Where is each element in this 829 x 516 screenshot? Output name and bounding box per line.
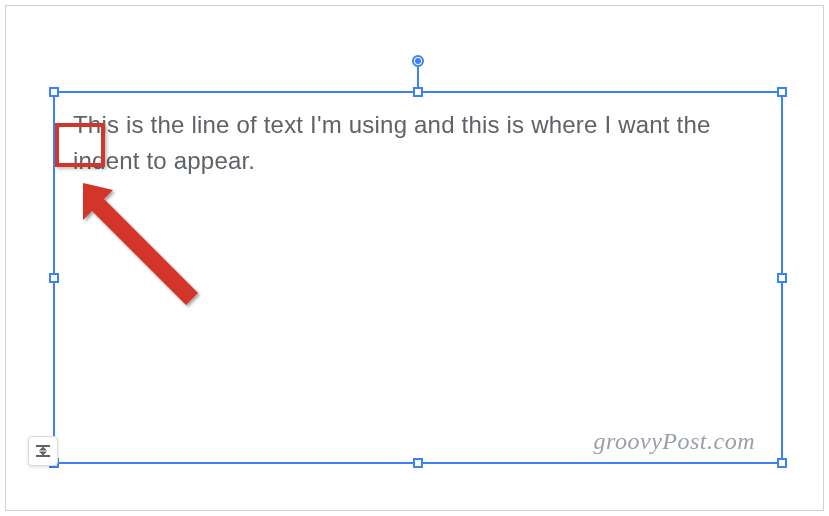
resize-handle-top-left[interactable] xyxy=(49,87,59,97)
text-box-content[interactable]: This is the line of text I'm using and t… xyxy=(73,107,763,179)
watermark-text: groovyPost.com xyxy=(594,428,755,455)
rotate-handle[interactable] xyxy=(412,55,424,67)
resize-handle-middle-left[interactable] xyxy=(49,273,59,283)
resize-handle-top-middle[interactable] xyxy=(413,87,423,97)
resize-handle-top-right[interactable] xyxy=(777,87,787,97)
svg-marker-0 xyxy=(83,183,198,305)
autofit-options-button[interactable] xyxy=(28,436,58,466)
autofit-icon xyxy=(34,442,52,460)
resize-handle-bottom-right[interactable] xyxy=(777,458,787,468)
cursor-position-highlight-annotation xyxy=(55,123,105,167)
resize-handle-bottom-middle[interactable] xyxy=(413,458,423,468)
resize-handle-middle-right[interactable] xyxy=(777,273,787,283)
arrow-annotation-icon xyxy=(78,178,218,322)
